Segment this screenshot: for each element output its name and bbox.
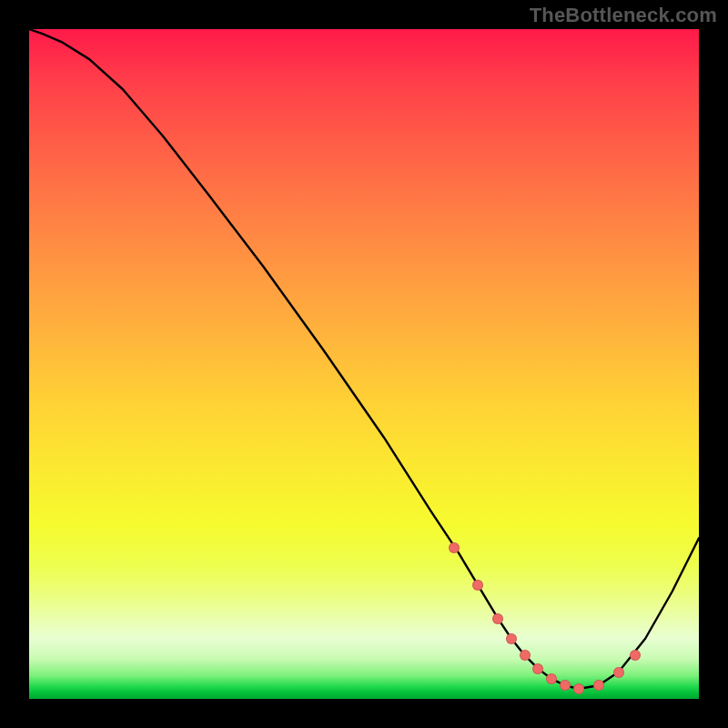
plot-area [29, 29, 699, 699]
data-marker [613, 667, 624, 678]
data-marker [472, 580, 483, 591]
chart-frame: TheBottleneck.com [0, 0, 728, 728]
data-marker [492, 613, 503, 624]
data-marker [506, 633, 517, 644]
data-marker [449, 542, 460, 553]
data-marker [593, 680, 604, 691]
watermark-text: TheBottleneck.com [530, 4, 717, 27]
marker-layer [29, 29, 699, 699]
data-marker [630, 650, 641, 661]
data-marker [532, 663, 543, 674]
data-marker [520, 650, 531, 661]
data-marker [573, 683, 584, 694]
data-marker [546, 673, 557, 684]
data-marker [560, 680, 571, 691]
